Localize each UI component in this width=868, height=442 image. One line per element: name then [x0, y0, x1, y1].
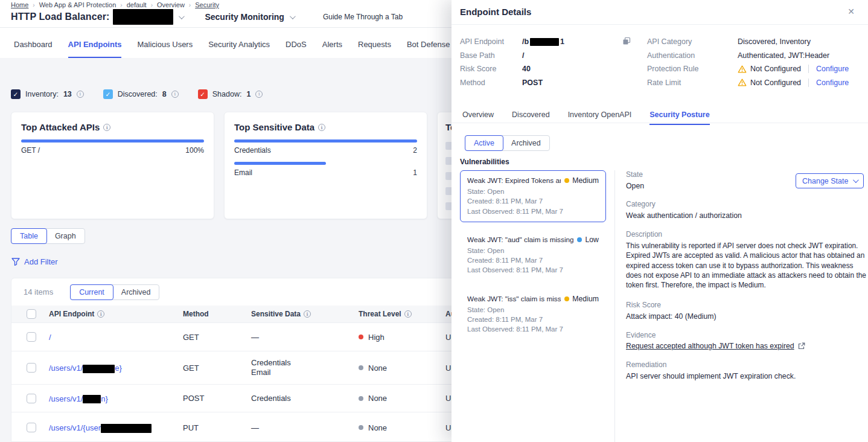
external-link-icon: [798, 342, 805, 350]
discovered-checkbox[interactable]: [103, 89, 113, 99]
rate-limit-label: Rate Limit: [647, 78, 738, 87]
breadcrumb-waap[interactable]: Web App & API Protection: [39, 1, 116, 8]
funnel-icon: [11, 258, 20, 266]
view-toggle-graph[interactable]: Graph: [46, 229, 85, 243]
chevron-down-icon[interactable]: [290, 13, 296, 19]
threat-label: None: [368, 364, 387, 373]
authentication-label: Authentication: [647, 51, 738, 60]
method-cell: GET: [183, 333, 251, 342]
configure-protection-rule-link[interactable]: Configure: [816, 65, 849, 73]
tab-alerts[interactable]: Alerts: [322, 40, 342, 58]
base-path-value: /: [522, 51, 524, 60]
tab-dashboard[interactable]: Dashboard: [14, 40, 53, 58]
info-icon[interactable]: [318, 124, 325, 131]
breadcrumb-separator-icon: ›: [151, 2, 153, 8]
close-icon[interactable]: ✕: [847, 7, 855, 16]
shadow-checkbox[interactable]: [198, 89, 208, 99]
row-checkbox[interactable]: [27, 423, 36, 432]
filter-discovered[interactable]: Discovered: 8: [103, 89, 179, 99]
method-cell: PUT: [183, 423, 251, 432]
method-cell: POST: [183, 394, 251, 403]
rate-limit-status: Not Configured: [750, 78, 801, 87]
mode-selector[interactable]: Security Monitoring: [205, 12, 284, 22]
breadcrumb-home[interactable]: Home: [11, 1, 28, 8]
endpoint-details-panel: Endpoint Details ✕ API Endpoint /b1 Base…: [452, 0, 868, 442]
endpoint-link[interactable]: /users/v1/e}: [49, 364, 122, 373]
bar-label: GET /: [21, 146, 40, 155]
severity-dot: [564, 296, 569, 301]
top-bar: Home › Web App & API Protection › defaul…: [0, 0, 452, 28]
info-icon[interactable]: [77, 91, 84, 98]
row-checkbox[interactable]: [27, 394, 36, 403]
info-icon[interactable]: [103, 124, 110, 131]
toggle-active[interactable]: Active: [465, 135, 503, 151]
row-checkbox[interactable]: [27, 332, 36, 342]
view-toggle-table[interactable]: Table: [11, 228, 47, 244]
vulnerability-card[interactable]: Weak JWT: "aud" claim is missing ... Low…: [460, 229, 606, 281]
toggle-current[interactable]: Current: [70, 284, 113, 300]
vulnerability-state: State: Open: [467, 305, 599, 315]
col-method: Method: [183, 310, 209, 318]
configure-rate-limit-link[interactable]: Configure: [816, 78, 849, 87]
bar-row: Credentials 2: [234, 139, 417, 155]
toggle-archived[interactable]: Archived: [113, 285, 159, 299]
tab-ddos[interactable]: DDoS: [286, 40, 307, 58]
filter-shadow[interactable]: Shadow: 1: [198, 89, 263, 99]
load-balancer-name-redacted[interactable]: [113, 9, 173, 25]
endpoint-link[interactable]: /: [49, 333, 51, 342]
breadcrumb-separator-icon: ›: [189, 2, 191, 8]
filter-count: 1: [246, 90, 251, 98]
card-title: Top Attacked APIs: [21, 122, 100, 132]
chevron-down-icon[interactable]: [179, 13, 185, 19]
vulnerability-list: Weak JWT: Expired Tokens are Ac... Mediu…: [460, 170, 606, 348]
breadcrumb-default[interactable]: default: [127, 1, 147, 8]
tab-bot-defense[interactable]: Bot Defense: [407, 40, 450, 58]
vulnerability-created: Created: 8:11 PM, Mar 7: [467, 315, 599, 324]
vulnerability-created: Created: 8:11 PM, Mar 7: [467, 255, 599, 265]
threat-dot: [359, 365, 363, 370]
evidence-block: Evidence Request accepted although JWT t…: [626, 331, 867, 350]
severity-dot: [564, 178, 569, 183]
toggle-archived[interactable]: Archived: [503, 136, 549, 150]
vulnerability-last-observed: Last Observed: 8:11 PM, Mar 7: [467, 324, 599, 334]
info-icon[interactable]: [171, 91, 179, 98]
card-title: Top Sensitive Data: [234, 122, 314, 132]
tab-requests[interactable]: Requests: [358, 40, 391, 58]
filter-count: 8: [162, 90, 167, 98]
breadcrumb-overview[interactable]: Overview: [157, 1, 185, 8]
endpoint-link[interactable]: /users/v1/{user: [49, 423, 152, 432]
filter-count: 13: [63, 90, 72, 98]
copy-icon[interactable]: [622, 37, 631, 48]
tab-api-endpoints[interactable]: API Endpoints: [68, 40, 122, 58]
row-checkbox[interactable]: [27, 363, 36, 373]
filter-inventory[interactable]: Inventory: 13: [11, 89, 84, 99]
info-icon[interactable]: [304, 310, 311, 318]
method-label: Method: [460, 78, 522, 87]
info-icon[interactable]: [97, 310, 104, 318]
tab-security-analytics[interactable]: Security Analytics: [208, 40, 270, 58]
guide-me-button[interactable]: Guide Me Through a Tab: [323, 13, 403, 21]
threat-dot: [359, 425, 363, 430]
endpoint-link[interactable]: /users/v1/n}: [49, 394, 108, 403]
category-block: Category Weak authentication / authoriza…: [626, 200, 867, 220]
select-all-checkbox[interactable]: [27, 309, 36, 319]
breadcrumb-separator-icon: ›: [33, 2, 34, 8]
add-filter-button[interactable]: Add Filter: [11, 257, 58, 266]
inventory-checkbox[interactable]: [11, 89, 21, 99]
tab-malicious-users[interactable]: Malicious Users: [137, 40, 193, 58]
breadcrumb-security[interactable]: Security: [195, 1, 219, 8]
add-filter-label: Add Filter: [24, 257, 58, 266]
info-icon[interactable]: [255, 91, 263, 98]
info-icon[interactable]: [404, 310, 412, 318]
redacted-path-segment: [101, 424, 152, 433]
api-endpoints-page: Home › Web App & API Protection › defaul…: [0, 0, 868, 442]
bar-value: 100%: [185, 146, 204, 155]
breadcrumb-separator-icon: ›: [120, 2, 122, 8]
evidence-link[interactable]: Request accepted although JWT token has …: [626, 342, 867, 350]
severity-label: Medium: [572, 295, 599, 303]
api-category-value: Discovered, Inventory: [738, 37, 811, 46]
vulnerability-card[interactable]: Weak JWT: "iss" claim is missing (... Me…: [460, 289, 606, 341]
vulnerability-card[interactable]: Weak JWT: Expired Tokens are Ac... Mediu…: [460, 170, 606, 222]
filter-label: Shadow:: [212, 90, 242, 98]
change-state-button[interactable]: Change State: [796, 173, 864, 188]
